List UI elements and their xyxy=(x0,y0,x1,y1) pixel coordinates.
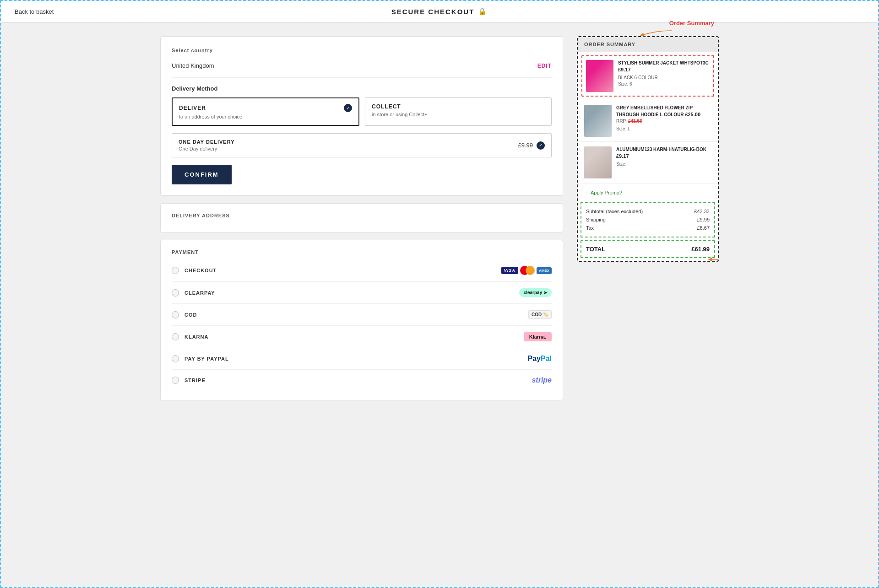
deliver-check-icon: ✓ xyxy=(344,104,352,112)
lock-icon: 🔒 xyxy=(478,7,488,16)
delivery-address-label: DELIVERY ADDRESS xyxy=(172,213,552,218)
back-to-basket-link[interactable]: Back to basket xyxy=(15,8,54,15)
tax-value: £8.67 xyxy=(697,225,710,231)
paypal-label: PAY BY PAYPAL xyxy=(184,356,229,361)
paypal-icon: PayPal xyxy=(528,355,552,363)
stripe-icons: stripe xyxy=(532,376,552,384)
payment-row-cod[interactable]: COD COD 🏷️ xyxy=(172,304,552,326)
item-2-size: Size: L xyxy=(616,126,711,131)
shipping-price: £9.99 ✓ xyxy=(518,141,545,150)
item-1-price: £9.17 xyxy=(618,67,631,72)
header-title: SECURE CHECKOUT 🔒 xyxy=(391,7,488,16)
cod-icons: COD 🏷️ xyxy=(528,310,552,319)
clearpay-label: CLEARPAY xyxy=(184,290,215,296)
item-3-price: £9.17 xyxy=(616,153,629,159)
country-value: United Kingdom xyxy=(172,62,214,69)
payment-row-stripe[interactable]: STRIPE stripe xyxy=(172,370,552,391)
total-amount: £61.99 xyxy=(691,246,710,253)
item-1-image xyxy=(586,60,613,92)
order-summary-box: ORDER SUMMARY STYLISH SUMMER JACKET WHTS… xyxy=(577,36,719,262)
item-3-image xyxy=(584,146,612,178)
deliver-option-sub: to an address of your choice xyxy=(179,114,352,119)
delivery-address-card: DELIVERY ADDRESS xyxy=(160,203,563,232)
item-1-details: STYLISH SUMMER JACKET WHTSPOT3C£9.17 BLA… xyxy=(618,60,710,92)
item-1-size: Size: 6 xyxy=(618,81,710,86)
item-2-details: GREY EMBELLISHED FLOWER ZIP THROUGH HOOD… xyxy=(616,105,711,137)
mastercard-icon xyxy=(520,266,535,275)
shipping-name: ONE DAY DELIVERY xyxy=(179,139,235,145)
subtotal-label: Subtotal (taxes excluded) xyxy=(586,209,643,214)
clearpay-radio[interactable] xyxy=(172,289,179,297)
left-panel: Select country United Kingdom EDIT Deliv… xyxy=(160,36,563,400)
visa-icon: VISA xyxy=(501,267,518,274)
item-3-name: ALUMUNIUM123 KARM-I-NATURLIG-BOK £9.17 xyxy=(616,146,711,160)
shipping-price-summary: £9.99 xyxy=(697,217,710,222)
select-country-label: Select country xyxy=(172,48,552,53)
tax-label: Tax xyxy=(586,225,594,231)
total-row: TOTAL £61.99 Order Total to be P xyxy=(581,240,715,258)
order-item-2: GREY EMBELLISHED FLOWER ZIP THROUGH HOOD… xyxy=(578,100,718,142)
item-3-size: Size: xyxy=(616,162,711,167)
payment-row-clearpay[interactable]: CLEARPAY clearpay ➤ xyxy=(172,282,552,304)
confirm-button[interactable]: CONFIRM xyxy=(172,165,232,184)
checkout-radio[interactable] xyxy=(172,267,179,274)
item-1-color: BLACK 6 COLOUR xyxy=(618,75,710,80)
shipping-sub: One Day delivery xyxy=(179,146,235,151)
shipping-row[interactable]: ONE DAY DELIVERY One Day delivery £9.99 … xyxy=(172,133,552,157)
price-summary: Subtotal (taxes excluded) £43.33 Shippin… xyxy=(581,202,715,237)
header: Back to basket SECURE CHECKOUT 🔒 xyxy=(1,1,878,22)
item-2-rrp: £41.66 xyxy=(628,119,642,124)
clearpay-icons: clearpay ➤ xyxy=(519,288,552,297)
klarna-label: KLARNA xyxy=(184,334,208,340)
stripe-label: STRIPE xyxy=(184,378,206,383)
klarna-icons: Klarna. xyxy=(524,332,552,341)
klarna-radio[interactable] xyxy=(172,333,179,340)
checkout-label: CHECKOUT xyxy=(184,268,217,273)
collect-option[interactable]: COLLECT in store or using Collect+ xyxy=(365,97,552,126)
order-item-3: ALUMUNIUM123 KARM-I-NATURLIG-BOK £9.17 S… xyxy=(578,142,718,183)
arrow-total xyxy=(708,255,719,262)
arrow-order-summary xyxy=(637,26,674,40)
subtotal-value: £43.33 xyxy=(694,209,710,214)
deliver-option-name: DELIVER xyxy=(179,105,206,111)
order-item-1: STYLISH SUMMER JACKET WHTSPOT3C£9.17 BLA… xyxy=(581,55,714,97)
tax-row: Tax £8.67 xyxy=(586,224,710,232)
item-1-name: STYLISH SUMMER JACKET WHTSPOT3C£9.17 xyxy=(618,60,710,73)
item-2-image xyxy=(584,105,612,137)
right-panel: Order Summary ORDER SUMMARY STYLISH SUMM… xyxy=(577,36,719,400)
delivery-card: Select country United Kingdom EDIT Deliv… xyxy=(160,36,563,196)
stripe-icon: stripe xyxy=(532,376,552,384)
delivery-options: DELIVER ✓ to an address of your choice C… xyxy=(172,97,552,126)
deliver-option[interactable]: DELIVER ✓ to an address of your choice xyxy=(172,97,359,126)
item-2-price: £25.00 xyxy=(685,112,700,117)
edit-country-button[interactable]: EDIT xyxy=(537,63,552,69)
payment-label: PAYMENT xyxy=(172,249,552,255)
payment-card: PAYMENT CHECKOUT VISA AMEX xyxy=(160,240,563,400)
payment-row-paypal[interactable]: PAY BY PAYPAL PayPal xyxy=(172,348,552,370)
item-3-details: ALUMUNIUM123 KARM-I-NATURLIG-BOK £9.17 S… xyxy=(616,146,711,178)
shipping-price-label: Shipping xyxy=(586,217,606,222)
collect-option-name: COLLECT xyxy=(372,103,401,110)
checkout-icons: VISA AMEX xyxy=(501,266,552,275)
payment-row-checkout[interactable]: CHECKOUT VISA AMEX xyxy=(172,259,552,282)
stripe-radio[interactable] xyxy=(172,377,179,384)
promo-link[interactable]: Apply Promo? xyxy=(584,186,711,199)
item-2-name: GREY EMBELLISHED FLOWER ZIP THROUGH HOOD… xyxy=(616,105,711,124)
shipping-price-row: Shipping £9.99 xyxy=(586,216,710,224)
cod-icon: COD 🏷️ xyxy=(528,310,552,319)
order-summary-callout-label: Order Summary xyxy=(669,20,714,27)
shipping-check-icon: ✓ xyxy=(537,141,545,150)
paypal-radio[interactable] xyxy=(172,355,179,362)
header-title-text: SECURE CHECKOUT xyxy=(391,8,475,16)
country-row: United Kingdom EDIT xyxy=(172,58,552,74)
delivery-method-label: Delivery Method xyxy=(172,85,552,92)
shipping-price-value: £9.99 xyxy=(518,142,533,149)
promo-row: Apply Promo? Order Price Summary xyxy=(578,183,718,202)
payment-row-klarna[interactable]: KLARNA Klarna. xyxy=(172,326,552,348)
clearpay-icon: clearpay ➤ xyxy=(519,288,552,297)
amex-icon: AMEX xyxy=(537,267,552,274)
cod-label: COD xyxy=(184,312,197,318)
cod-radio[interactable] xyxy=(172,311,179,318)
total-callout: Order Total to be Paid xyxy=(708,255,719,262)
item-2-rrp-label: RRP xyxy=(616,119,626,124)
